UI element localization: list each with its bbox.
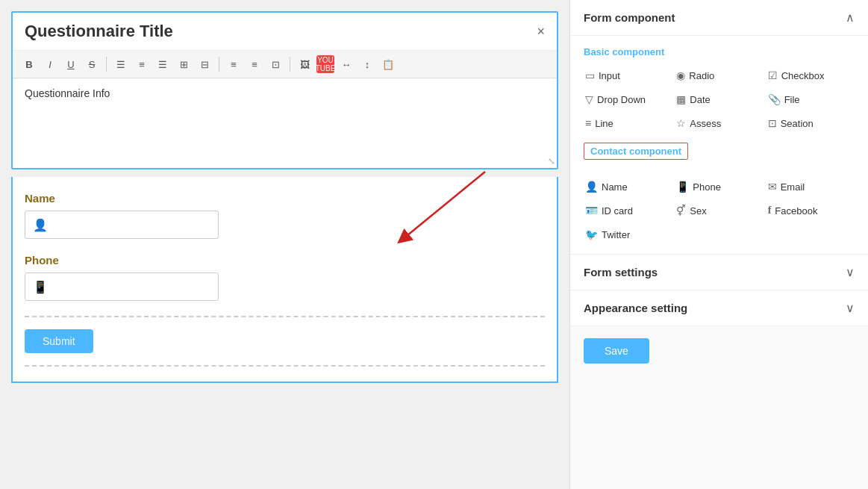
name-label: Name: [25, 192, 545, 205]
component-assess[interactable]: ☆ Assess: [675, 114, 763, 132]
save-area: Save: [570, 326, 868, 376]
component-email[interactable]: ✉ Email: [766, 178, 855, 196]
component-file[interactable]: 📎 File: [766, 90, 855, 108]
idcard-icon: 🪪: [585, 205, 598, 217]
appearance-setting-section: Appearance setting ∨: [570, 290, 868, 326]
form-settings-title: Form settings: [584, 266, 658, 278]
contact-component-title: Contact component: [584, 143, 688, 160]
twitter-icon: 🐦: [585, 228, 598, 240]
phone-label: Phone: [25, 254, 545, 267]
editor-toolbar: B I U S ☰ ≡ ☰ ⊞ ⊟ ≡ ≡ ⊡ 🖼 YOUTUBE ↔ ↕ 📋: [13, 51, 557, 78]
italic-button[interactable]: I: [41, 55, 59, 73]
close-button[interactable]: ×: [537, 24, 545, 40]
underline-button[interactable]: U: [62, 55, 80, 73]
line-label: Line: [595, 118, 613, 129]
seation-label: Seation: [781, 118, 814, 129]
sex-label: Sex: [690, 205, 706, 217]
align-left-button[interactable]: ☰: [112, 55, 130, 73]
align-center-button[interactable]: ≡: [133, 55, 151, 73]
twitter-label: Twitter: [602, 229, 630, 240]
toolbar-sep-3: [290, 57, 290, 72]
component-twitter[interactable]: 🐦 Twitter: [584, 225, 672, 243]
phone-icon: 📱: [33, 280, 48, 294]
basic-component-grid: ▭ Input ◉ Radio ☑ Checkbox ▽ Drop Down ▦…: [584, 66, 855, 132]
assess-label: Assess: [690, 118, 721, 129]
contact-component-grid: 👤 Name 📱 Phone ✉ Email 🪪 ID card ⚥: [584, 178, 855, 243]
component-idcard[interactable]: 🪪 ID card: [584, 202, 672, 219]
dropdown-label: Drop Down: [597, 94, 646, 105]
seation-icon: ⊡: [768, 117, 777, 129]
resize-handle[interactable]: ⤡: [548, 156, 555, 166]
form-component-header: Form component ∧: [570, 0, 868, 36]
file-icon: 📎: [768, 93, 781, 105]
align-right-button[interactable]: ☰: [154, 55, 172, 73]
submit-button[interactable]: Submit: [25, 329, 93, 353]
special-button[interactable]: ⊟: [196, 55, 213, 73]
input-label: Input: [599, 70, 620, 81]
component-seation[interactable]: ⊡ Seation: [766, 114, 855, 132]
name-field-group: Name 👤: [25, 192, 545, 239]
component-input[interactable]: ▭ Input: [584, 66, 672, 84]
facebook-icon: f: [768, 205, 772, 217]
checkbox-label: Checkbox: [781, 70, 825, 81]
component-name[interactable]: 👤 Name: [584, 178, 672, 196]
name-input[interactable]: 👤: [25, 211, 219, 239]
right-panel: Form component ∧ Basic component ▭ Input…: [569, 0, 868, 489]
table-button[interactable]: ⊞: [175, 55, 193, 73]
image-button[interactable]: 🖼: [296, 55, 313, 73]
form-settings-header[interactable]: Form settings ∨: [570, 255, 868, 290]
list-ol-button[interactable]: ≡: [225, 55, 243, 73]
facebook-label: Facebook: [775, 205, 817, 217]
file-label: File: [784, 94, 800, 105]
video-button[interactable]: YOUTUBE: [316, 55, 334, 73]
appearance-setting-chevron[interactable]: ∨: [846, 301, 855, 315]
form-component-title: Form component: [584, 11, 675, 24]
bold-button[interactable]: B: [20, 55, 38, 73]
component-date[interactable]: ▦ Date: [675, 90, 763, 108]
list-ul-button[interactable]: ≡: [246, 55, 263, 73]
save-button[interactable]: Save: [584, 338, 649, 364]
resize-w-button[interactable]: ↔: [337, 55, 355, 73]
form-component-chevron[interactable]: ∧: [846, 10, 855, 25]
phone-field-group: Phone 📱: [25, 254, 545, 301]
form-title: Questionnaire Title: [25, 22, 173, 41]
radio-label: Radio: [689, 70, 714, 81]
appearance-setting-header[interactable]: Appearance setting ∨: [570, 290, 868, 326]
phone-input[interactable]: 📱: [25, 272, 219, 301]
component-sex[interactable]: ⚥ Sex: [675, 202, 763, 219]
date-icon: ▦: [676, 93, 686, 105]
phone-comp-label: Phone: [693, 181, 721, 193]
checkbox-icon: ☑: [768, 69, 778, 81]
editor-content-area[interactable]: Questionnaire Info ⤡: [13, 78, 557, 168]
toolbar-sep-2: [219, 57, 219, 72]
resize-h-button[interactable]: ↕: [358, 55, 376, 73]
assess-icon: ☆: [676, 117, 686, 129]
form-settings-chevron[interactable]: ∨: [846, 265, 855, 279]
copy-button[interactable]: 📋: [379, 55, 397, 73]
component-facebook[interactable]: f Facebook: [766, 202, 855, 219]
phone-comp-icon: 📱: [676, 181, 689, 193]
editor-text: Questionnaire Info: [25, 87, 110, 99]
form-settings-section: Form settings ∨: [570, 255, 868, 290]
name-comp-icon: 👤: [585, 181, 598, 193]
email-label: Email: [781, 181, 805, 193]
component-phone[interactable]: 📱 Phone: [675, 178, 763, 196]
sex-icon: ⚥: [676, 205, 686, 217]
name-comp-label: Name: [602, 181, 628, 193]
indent-button[interactable]: ⊡: [266, 55, 284, 73]
form-component-body: Basic component ▭ Input ◉ Radio ☑ Checkb…: [570, 36, 868, 255]
input-icon: ▭: [585, 69, 595, 81]
component-line[interactable]: ≡ Line: [584, 114, 672, 132]
toolbar-sep-1: [106, 57, 107, 72]
person-icon: 👤: [33, 218, 48, 232]
line-icon: ≡: [585, 117, 591, 129]
radio-icon: ◉: [676, 69, 685, 81]
date-label: Date: [690, 94, 710, 105]
strikethrough-button[interactable]: S: [83, 55, 101, 73]
submit-area: Submit: [25, 316, 545, 367]
idcard-label: ID card: [602, 205, 633, 217]
component-checkbox[interactable]: ☑ Checkbox: [766, 66, 855, 84]
component-radio[interactable]: ◉ Radio: [675, 66, 763, 84]
form-fields-area: Name 👤 Phone 📱 Submit: [11, 177, 558, 383]
component-dropdown[interactable]: ▽ Drop Down: [584, 90, 672, 108]
